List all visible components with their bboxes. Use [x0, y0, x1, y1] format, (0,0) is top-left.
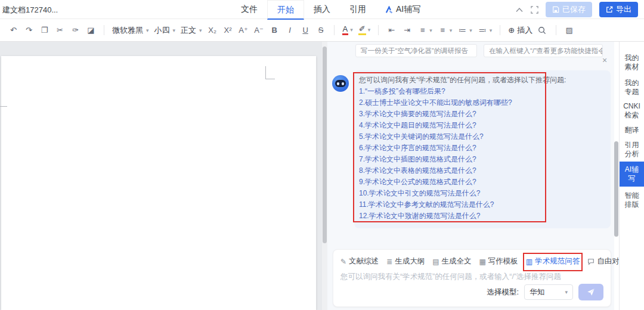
chevron-down-icon: ▾: [368, 27, 371, 33]
numbered-list-button[interactable]: ≕▾: [478, 26, 493, 34]
bullet-list-button[interactable]: ≔▾: [457, 26, 472, 34]
subscript-button[interactable]: X₂: [208, 26, 218, 34]
font-family-select[interactable]: 微软雅黑▾: [112, 25, 149, 36]
strikethrough-button[interactable]: S: [316, 26, 326, 34]
suggested-question[interactable]: 10.学术论文中引文的规范写法是什么?: [359, 188, 545, 199]
indent-icon[interactable]: ⇥: [402, 26, 412, 34]
collapse-toolbar-icon[interactable]: [515, 7, 524, 13]
menu-item-home[interactable]: 开始: [267, 0, 304, 20]
insert-button[interactable]: ⊕ 插入: [508, 25, 532, 36]
suggested-question[interactable]: 5.学术论文中关键词的规范写法是什么?: [359, 131, 545, 142]
sidebar-item-translate[interactable]: 翻译: [620, 126, 644, 135]
align-button[interactable]: ≡▾: [417, 26, 432, 34]
search-icon[interactable]: [538, 26, 548, 35]
tab-generate-fulltext[interactable]: ▤ 生成全文: [432, 256, 471, 266]
bullet-list-icon: ≔: [457, 26, 467, 34]
send-button[interactable]: [578, 284, 603, 300]
chevron-down-icon: ▾: [173, 27, 176, 33]
document-canvas-area: [0, 42, 322, 310]
highlight-color-button[interactable]: ✐▾: [358, 25, 370, 35]
toolbar-divider: [104, 25, 104, 35]
line-spacing-icon: ≡: [438, 26, 448, 34]
chevron-down-icon: ▾: [490, 27, 493, 33]
suggestion-chip[interactable]: 在输入框键入“/”查看更多功能快捷指令: [484, 44, 603, 57]
suggested-question[interactable]: 7.学术论文中插图的规范格式是什么?: [359, 154, 545, 165]
highlighter-icon: ✐: [358, 25, 366, 35]
suggested-question[interactable]: 11.学术论文中参考文献的规范写法是什么?: [359, 199, 545, 210]
sidebar-item-cnki-search[interactable]: CNKI检索: [620, 102, 644, 120]
right-sidebar: 我的素材 我的专题 CNKI检索 翻译 引用分析 AI辅写 智能排版: [619, 42, 644, 310]
chat-scrollbar-thumb[interactable]: [614, 141, 618, 237]
page-margin-corner-mark: [265, 66, 275, 79]
plus-circle-icon: ⊕: [508, 26, 515, 35]
tab-writing-template[interactable]: ▦ 写作模板: [479, 256, 518, 266]
redo-icon[interactable]: ↷: [24, 26, 34, 34]
book-icon: ▥: [526, 258, 532, 265]
document-scrollbar-thumb[interactable]: [323, 46, 327, 243]
format-painter-icon[interactable]: ✑: [70, 26, 80, 34]
sidebar-item-my-topics[interactable]: 我的专题: [620, 79, 644, 97]
suggested-question[interactable]: 4.学术论文中题目的规范写法是什么?: [359, 120, 545, 131]
page-margin-left-mark: [0, 106, 7, 107]
model-select[interactable]: 华知 ▾: [524, 284, 573, 300]
document-scrollbar[interactable]: [322, 42, 327, 310]
numbered-list-icon: ≕: [478, 26, 488, 34]
menu-bar: 文件 开始 插入 引用 AI辅写: [231, 0, 430, 19]
menu-item-insert[interactable]: 插入: [304, 0, 340, 19]
close-icon[interactable]: ×: [602, 56, 607, 64]
sidebar-item-my-materials[interactable]: 我的素材: [620, 54, 644, 72]
composer-placeholder[interactable]: 您可以询问我有关“学术规范”的任何问题，或者输入“/”选择推荐问题: [340, 272, 603, 282]
shading-icon[interactable]: ▨: [564, 26, 574, 34]
chevron-down-icon: ▾: [146, 27, 149, 33]
tab-generate-outline[interactable]: ≣ 生成大纲: [386, 256, 425, 266]
fullscreen-icon[interactable]: [531, 6, 538, 14]
sidebar-item-smart-layout[interactable]: 智能排版: [620, 191, 644, 209]
clear-format-icon[interactable]: ◪: [86, 26, 96, 34]
suggested-question[interactable]: 6.学术论文中序言的规范写法是什么?: [359, 142, 545, 154]
italic-button[interactable]: I: [285, 26, 295, 34]
ai-chat-panel: 写一份关于“空气净化器”的调研报告 在输入框键入“/”查看更多功能快捷指令 × …: [327, 42, 614, 310]
paragraph-style-select[interactable]: 正文▾: [181, 25, 202, 36]
copy-icon[interactable]: ❐: [39, 26, 49, 34]
chevron-down-icon: ▾: [199, 27, 202, 33]
font-color-button[interactable]: A▾: [342, 25, 353, 35]
title-bar: 建文档172740... 文件 开始 插入 引用 AI辅写 已保存: [0, 0, 644, 19]
document-page[interactable]: [1, 56, 316, 310]
cut-icon[interactable]: ✂: [55, 26, 65, 34]
tab-academic-norms-qa[interactable]: ▥ 学术规范问答: [526, 256, 580, 266]
line-spacing-button[interactable]: ≡▾: [438, 26, 453, 34]
outdent-icon[interactable]: ⇤: [386, 26, 397, 34]
suggested-question[interactable]: 12.学术论文中致谢的规范写法是什么?: [359, 210, 545, 222]
suggestion-chip[interactable]: 写一份关于“空气净化器”的调研报告: [355, 44, 477, 57]
chevron-down-icon: ▾: [350, 27, 353, 33]
superscript-button[interactable]: X²: [223, 26, 233, 34]
save-icon: [552, 6, 559, 13]
suggested-question[interactable]: 1.“一稿多投”会有哪些后果?: [359, 86, 545, 97]
export-button[interactable]: 导出: [599, 2, 638, 17]
model-select-label: 选择模型:: [487, 287, 519, 297]
menu-item-ai-writing[interactable]: AI辅写: [376, 0, 430, 19]
tab-literature-review[interactable]: ✎ 文献综述: [340, 256, 379, 266]
menu-item-reference[interactable]: 引用: [340, 0, 376, 19]
underline-button[interactable]: U: [301, 26, 311, 34]
bold-button[interactable]: B: [270, 26, 280, 34]
suggested-question[interactable]: 9.学术论文中公式的规范格式是什么?: [359, 176, 545, 188]
chevron-down-icon: ▾: [450, 27, 453, 33]
suggested-question[interactable]: 8.学术论文中表格的规范格式是什么?: [359, 165, 545, 176]
undo-icon[interactable]: ↶: [8, 26, 18, 34]
assistant-avatar: [332, 75, 349, 92]
increase-font-button[interactable]: A⁺: [239, 26, 249, 34]
chevron-down-icon: ▾: [565, 289, 568, 295]
suggested-question[interactable]: 3.学术论文中摘要的规范写法是什么?: [359, 108, 545, 120]
sidebar-item-ai-writing[interactable]: AI辅写: [620, 162, 644, 187]
suggested-question[interactable]: 2.硕士博士毕业论文中不能出现的敏感词有哪些?: [359, 97, 545, 108]
document-title: 建文档172740...: [2, 5, 58, 16]
toolbar-divider: [500, 25, 500, 35]
decrease-font-button[interactable]: A⁻: [254, 26, 264, 34]
saved-button[interactable]: 已保存: [546, 2, 592, 17]
menu-item-file[interactable]: 文件: [231, 0, 267, 19]
chevron-down-icon: ▾: [469, 27, 472, 33]
message-intro: 您可以询问我有关“学术规范”的任何问题，或者选择以下推荐问题:: [359, 75, 545, 86]
sidebar-item-citation-analysis[interactable]: 引用分析: [620, 141, 644, 159]
font-size-select[interactable]: 小四▾: [154, 25, 176, 36]
